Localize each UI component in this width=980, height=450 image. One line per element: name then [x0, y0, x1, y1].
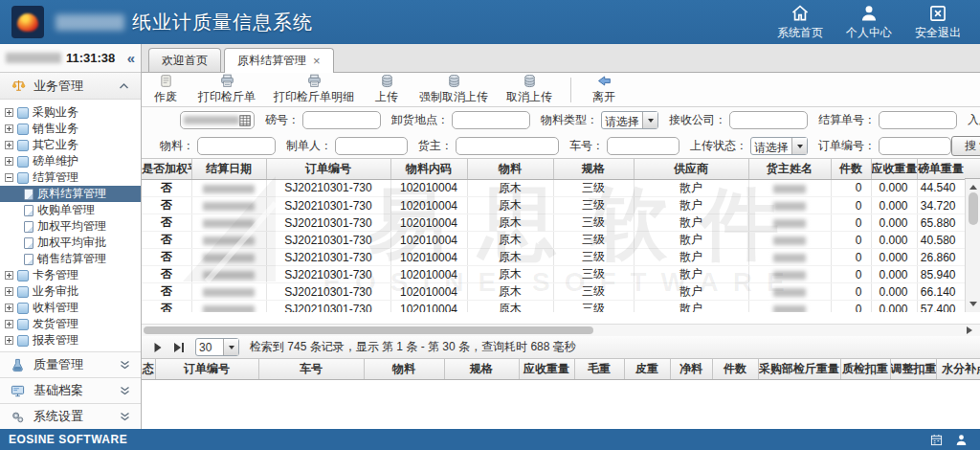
table-row[interactable]: 否SJ20210301-730102010004原木三级散户00.00065.8… [142, 214, 965, 232]
column-header[interactable]: 质检扣重 [840, 359, 890, 379]
scale-no-input[interactable] [302, 111, 381, 129]
column-header[interactable]: 物料 [364, 359, 444, 379]
column-header[interactable]: 毛重 [574, 359, 624, 379]
sidebar-section-base-archive[interactable]: 基础档案 [0, 377, 141, 403]
order-no-input[interactable] [879, 137, 951, 155]
upload-button[interactable]: 上传 [372, 74, 401, 105]
sidebar-item-card[interactable]: 卡务管理 [0, 267, 141, 283]
sidebar-item-other[interactable]: 其它业务 [0, 137, 141, 153]
sidebar-section-system-settings[interactable]: 系统设置 [0, 403, 141, 429]
sidebar-item-weighted-avg-approval[interactable]: 加权平均审批 [0, 235, 141, 251]
table-row[interactable]: 否SJ20210301-730102010004原木三级散户00.00040.5… [142, 232, 965, 249]
settle-no-input[interactable] [879, 111, 957, 129]
upload-status-select[interactable]: 请选择 [750, 137, 808, 155]
void-button[interactable]: 作废 [151, 74, 180, 105]
column-header[interactable]: 订单编号 [266, 159, 390, 179]
column-header[interactable]: 件数 [831, 159, 871, 179]
nav-logout-button[interactable]: 安全退出 [907, 4, 969, 41]
column-header[interactable]: 水分补点 [936, 359, 980, 379]
sidebar-section-business[interactable]: 业务管理 [0, 73, 141, 100]
print-ticket-button[interactable]: 打印检斤单 [198, 74, 256, 105]
expand-icon[interactable] [5, 320, 13, 328]
tab-raw-settlement[interactable]: 原料结算管理 × [224, 48, 334, 73]
column-header[interactable]: 磅单重量 [917, 159, 965, 179]
print-ticket-detail-button[interactable]: 打印检斤单明细 [274, 74, 354, 105]
expand-icon[interactable] [5, 141, 13, 149]
column-header[interactable]: 货主姓名 [748, 159, 831, 179]
sidebar-item-sales-settlement[interactable]: 销售结算管理 [0, 251, 141, 267]
column-header[interactable]: 件数 [712, 359, 758, 379]
tab-welcome[interactable]: 欢迎首页 [148, 48, 221, 72]
leave-button[interactable]: 离开 [590, 74, 618, 105]
maker-input[interactable] [335, 137, 408, 155]
sidebar-item-receiving[interactable]: 收料管理 [0, 300, 141, 316]
column-header[interactable]: 供应商 [634, 159, 748, 179]
column-header[interactable]: 净料 [670, 359, 712, 379]
sidebar-item-settlement[interactable]: 结算管理 [0, 169, 141, 186]
page-size-select[interactable]: 30 [195, 338, 239, 356]
expand-icon[interactable] [5, 304, 13, 312]
horizontal-scrollbar-grid1[interactable] [142, 324, 980, 336]
scroll-down-icon[interactable] [969, 302, 977, 310]
expand-icon[interactable] [5, 157, 13, 166]
next-page-button[interactable] [153, 342, 163, 353]
expand-icon[interactable] [5, 108, 13, 117]
column-header[interactable]: 皮重 [624, 359, 670, 379]
scroll-right-icon[interactable] [967, 326, 976, 334]
sidebar-item-weighbill[interactable]: 磅单维护 [0, 153, 141, 169]
column-header[interactable]: 应收重量 [871, 159, 917, 179]
column-header[interactable]: 规格 [444, 359, 519, 379]
force-cancel-upload-button[interactable]: 强制取消上传 [419, 74, 488, 105]
material-type-select[interactable]: 请选择 [601, 111, 658, 129]
owner-input[interactable] [456, 137, 559, 155]
table-row[interactable]: 否SJ20210301-730102010004原木三级散户00.00085.9… [142, 266, 965, 283]
dropdown-button[interactable] [223, 339, 238, 355]
column-header[interactable]: 车号 [258, 359, 364, 379]
nav-home-button[interactable]: 系统首页 [769, 4, 831, 41]
sidebar-item-approval[interactable]: 业务审批 [0, 283, 141, 300]
vertical-scrollbar[interactable] [965, 179, 980, 312]
column-header[interactable]: 结算日期 [191, 159, 266, 179]
table-row[interactable]: 否SJ20210301-730102010004原木三级散户00.00034.7… [142, 197, 965, 214]
user-icon[interactable] [955, 434, 968, 446]
dropdown-button[interactable] [791, 138, 807, 154]
expand-icon[interactable] [5, 271, 13, 280]
receive-company-input[interactable] [729, 111, 808, 129]
table-row[interactable]: 否SJ20210301-730102010004原木三级散户00.00044.5… [142, 180, 965, 197]
expand-icon[interactable] [5, 124, 13, 133]
sidebar-item-shipping[interactable]: 发货管理 [0, 316, 141, 332]
sidebar-collapse-button[interactable]: « [127, 51, 135, 65]
last-page-button[interactable] [173, 342, 185, 353]
tab-close-icon[interactable]: × [313, 55, 321, 67]
column-header[interactable]: 物料内码 [390, 159, 467, 179]
scrollbar-thumb[interactable] [144, 326, 593, 334]
column-header[interactable]: 态 [142, 359, 155, 379]
material-input[interactable] [197, 137, 276, 155]
nav-profile-button[interactable]: 个人中心 [838, 4, 900, 41]
sidebar-item-raw-settlement[interactable]: 原料结算管理 [0, 186, 141, 202]
table-row[interactable]: 否SJ20210301-730102010004原木三级散户00.00066.1… [142, 283, 965, 301]
unload-place-input[interactable] [452, 111, 530, 129]
cancel-upload-button[interactable]: 取消上传 [506, 74, 552, 105]
column-header[interactable]: 调整扣重 [890, 359, 936, 379]
sidebar-item-reports[interactable]: 报表管理 [0, 332, 141, 349]
expand-icon[interactable] [5, 336, 13, 345]
table-row[interactable]: 否SJ20210301-730102010004原木三级散户00.00057.4… [142, 301, 965, 312]
search-button[interactable]: 搜 索 [951, 136, 980, 156]
scrollbar-thumb[interactable] [969, 192, 978, 225]
sidebar-item-purchase-order[interactable]: 收购单管理 [0, 202, 141, 218]
dropdown-button[interactable] [642, 112, 657, 128]
sidebar-item-sales[interactable]: 销售业务 [0, 121, 141, 137]
collapse-node-icon[interactable] [5, 173, 13, 182]
column-header[interactable]: 物料 [467, 159, 553, 179]
column-header[interactable]: 规格 [553, 159, 634, 179]
calendar-icon[interactable] [930, 434, 943, 446]
column-header[interactable]: 应收重量 [519, 359, 574, 379]
sidebar-section-quality[interactable]: 质量管理 [0, 351, 141, 377]
table-row[interactable]: 否SJ20210301-730102010004原木三级散户00.00026.8… [142, 249, 965, 266]
settle-date-input[interactable] [180, 111, 255, 129]
scroll-up-icon[interactable] [969, 181, 977, 190]
column-header[interactable]: 是否加权平均 [142, 159, 191, 179]
column-header[interactable]: 订单编号 [155, 359, 258, 379]
vehicle-no-input[interactable] [607, 137, 679, 155]
